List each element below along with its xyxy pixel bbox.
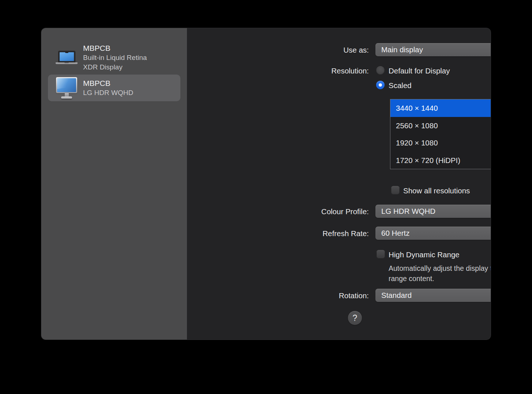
colour-profile-label: Colour Profile: bbox=[281, 207, 369, 216]
colour-profile-dropdown[interactable]: LG HDR WQHD bbox=[375, 205, 491, 218]
hdr-checkbox[interactable] bbox=[376, 250, 385, 258]
display-name: MBPCB bbox=[83, 43, 162, 53]
display-description: LG HDR WQHD bbox=[83, 88, 162, 98]
help-button[interactable]: ? bbox=[348, 311, 362, 325]
sidebar-item-external-display[interactable]: MBPCB LG HDR WQHD bbox=[48, 75, 180, 101]
sidebar-item-texts: MBPCB LG HDR WQHD bbox=[83, 78, 162, 98]
displays-sidebar: MBPCB Built-in Liquid Retina XDR Display… bbox=[41, 28, 187, 340]
rotation-dropdown[interactable]: Standard bbox=[375, 289, 491, 302]
sidebar-item-builtin-display[interactable]: MBPCB Built-in Liquid Retina XDR Display bbox=[48, 36, 180, 79]
show-all-resolutions-checkbox[interactable] bbox=[391, 186, 400, 194]
display-description: Built-in Liquid Retina XDR Display bbox=[83, 53, 162, 72]
resolution-option-1720x720[interactable]: 1720 × 720 (HiDPI) bbox=[390, 152, 491, 169]
display-settings-panel: Use as: Main display Resolution: Default… bbox=[187, 28, 491, 340]
monitor-icon bbox=[55, 77, 78, 99]
resolution-option-1920x1080[interactable]: 1920 × 1080 bbox=[390, 134, 491, 152]
refresh-rate-dropdown[interactable]: 60 Hertz bbox=[375, 227, 491, 240]
refresh-rate-value: 60 Hertz bbox=[381, 227, 409, 240]
hdr-label: High Dynamic Range bbox=[389, 250, 460, 259]
question-mark-icon: ? bbox=[353, 313, 357, 323]
resolution-option-3440x1440[interactable]: 3440 × 1440 bbox=[390, 99, 491, 117]
resolution-scaled-label: Scaled bbox=[389, 80, 412, 90]
use-as-value: Main display bbox=[381, 43, 423, 56]
refresh-rate-label: Refresh Rate: bbox=[281, 228, 369, 238]
hdr-description: Automatically adjust the display to show… bbox=[389, 263, 491, 284]
laptop-icon bbox=[55, 51, 78, 64]
resolution-scaled-radio[interactable] bbox=[376, 81, 385, 89]
display-name: MBPCB bbox=[83, 78, 162, 88]
resolution-option-2560x1080[interactable]: 2560 × 1080 bbox=[390, 117, 491, 135]
use-as-label: Use as: bbox=[281, 45, 369, 55]
rotation-label: Rotation: bbox=[281, 291, 369, 300]
use-as-dropdown[interactable]: Main display bbox=[375, 43, 491, 56]
displays-settings-window: MBPCB Built-in Liquid Retina XDR Display… bbox=[41, 28, 491, 340]
show-all-resolutions-label: Show all resolutions bbox=[403, 186, 470, 196]
resolution-label: Resolution: bbox=[281, 66, 369, 76]
rotation-value: Standard bbox=[381, 289, 412, 302]
resolution-listbox: 3440 × 1440 2560 × 1080 1920 × 1080 1720… bbox=[390, 99, 491, 169]
colour-profile-value: LG HDR WQHD bbox=[381, 205, 435, 218]
resolution-default-label: Default for Display bbox=[389, 66, 450, 76]
sidebar-item-texts: MBPCB Built-in Liquid Retina XDR Display bbox=[83, 43, 162, 72]
resolution-default-radio[interactable] bbox=[376, 66, 385, 75]
